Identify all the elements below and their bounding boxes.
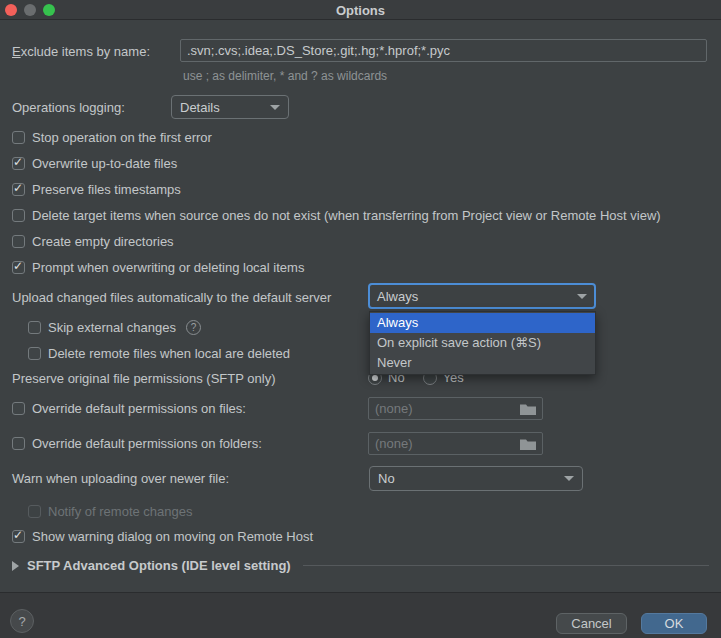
checkbox-show-warning-dialog[interactable]: Show warning dialog on moving on Remote … [12,528,313,545]
section-divider [303,565,709,566]
checkbox-label: Show warning dialog on moving on Remote … [32,529,313,544]
path-value: (none) [375,401,413,416]
help-icon[interactable]: ? [186,320,201,335]
checkbox-preserve-timestamps[interactable]: Preserve files timestamps [12,181,181,198]
dropdown-option-always[interactable]: Always [370,313,595,333]
operations-logging-label: Operations logging: [12,100,125,115]
checkbox-delete-remote-files[interactable]: Delete remote files when local are delet… [28,345,290,362]
checkbox-icon [12,261,25,274]
checkbox-icon [28,321,41,334]
checkbox-prompt-overwrite[interactable]: Prompt when overwriting or deleting loca… [12,259,304,276]
checkbox-delete-target-items[interactable]: Delete target items when source ones do … [12,207,661,224]
checkbox-icon [12,209,25,222]
wildcard-hint: use ; as delimiter, * and ? as wildcards [183,69,387,83]
sftp-advanced-section-toggle[interactable]: SFTP Advanced Options (IDE level setting… [12,558,709,573]
override-folders-path-field[interactable]: (none) [368,432,543,455]
path-value: (none) [375,436,413,451]
window-title: Options [0,3,721,18]
checkbox-icon [12,183,25,196]
upload-auto-label: Upload changed files automatically to th… [12,290,331,305]
checkbox-override-folders[interactable]: Override default permissions on folders: [12,435,262,452]
checkbox-icon [12,235,25,248]
operations-logging-value: Details [180,100,220,115]
checkbox-label: Overwrite up-to-date files [32,156,177,171]
operations-logging-select[interactable]: Details [171,95,289,119]
checkbox-create-empty-directories[interactable]: Create empty directories [12,233,174,250]
upload-auto-value: Always [377,289,418,304]
checkbox-icon [12,131,25,144]
warn-newer-select[interactable]: No [369,466,583,491]
upload-auto-select[interactable]: Always [368,283,596,309]
collapsed-triangle-icon [12,561,19,571]
checkbox-icon [28,505,41,518]
checkbox-label: Delete target items when source ones do … [32,208,661,223]
exclude-items-input[interactable] [180,39,707,62]
checkbox-icon [28,347,41,360]
checkbox-label: Prompt when overwriting or deleting loca… [32,260,304,275]
titlebar: Options [0,0,721,20]
preserve-permissions-label: Preserve original file permissions (SFTP… [12,371,275,386]
checkbox-label: Skip external changes [48,320,176,335]
help-button[interactable]: ? [10,609,34,633]
checkbox-label: Preserve files timestamps [32,182,181,197]
warn-newer-value: No [378,471,395,486]
chevron-down-icon [577,294,587,299]
checkbox-overwrite-files[interactable]: Overwrite up-to-date files [12,155,177,172]
cancel-button[interactable]: Cancel [556,613,627,634]
ok-button[interactable]: OK [641,613,707,634]
checkbox-label: Notify of remote changes [48,504,193,519]
chevron-down-icon [564,476,574,481]
checkbox-label: Delete remote files when local are delet… [48,346,290,361]
folder-icon[interactable] [520,403,536,415]
checkbox-icon [12,530,25,543]
checkbox-notify-remote-changes: Notify of remote changes [28,503,193,520]
dropdown-option-save-action[interactable]: On explicit save action (⌘S) [370,333,595,353]
dropdown-option-never[interactable]: Never [370,353,595,373]
override-files-path-field[interactable]: (none) [368,397,543,420]
checkbox-skip-external-changes[interactable]: Skip external changes ? [28,319,201,336]
checkbox-icon [12,437,25,450]
checkbox-label: Create empty directories [32,234,174,249]
checkbox-icon [12,157,25,170]
checkbox-label: Stop operation on the first error [32,130,212,145]
checkbox-icon [12,402,25,415]
chevron-down-icon [270,105,280,110]
folder-icon[interactable] [520,438,536,450]
upload-auto-dropdown-popup: Always On explicit save action (⌘S) Neve… [369,311,596,375]
dialog-footer: ? Cancel OK [0,592,721,638]
checkbox-label: Override default permissions on folders: [32,436,262,451]
sftp-advanced-label: SFTP Advanced Options (IDE level setting… [27,558,291,573]
checkbox-stop-on-error[interactable]: Stop operation on the first error [12,129,212,146]
exclude-items-label: Exclude items by name: [12,44,150,59]
warn-newer-label: Warn when uploading over newer file: [12,471,229,486]
checkbox-override-files[interactable]: Override default permissions on files: [12,400,246,417]
checkbox-label: Override default permissions on files: [32,401,246,416]
